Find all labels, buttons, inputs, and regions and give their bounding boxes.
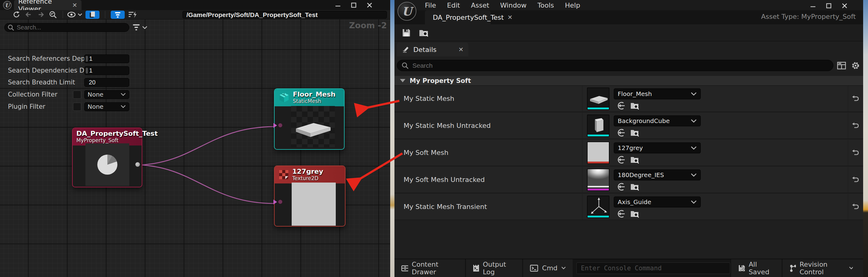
category-my-property-soft[interactable]: My Property Soft	[395, 76, 863, 85]
history-forward-button[interactable]	[35, 10, 47, 19]
asset-thumbnail[interactable]	[587, 142, 610, 164]
menu-help[interactable]: Help	[565, 2, 580, 9]
save-button[interactable]	[402, 28, 411, 37]
option-label: Search Breadth Limit	[8, 79, 75, 86]
filter-icon[interactable]	[133, 24, 148, 32]
graph-node-da-propertysoft-test[interactable]: DA_PropertySoft_Test MyProperty_Soft	[72, 128, 142, 187]
dependencies-depth-input[interactable]	[84, 66, 129, 75]
use-selected-asset-icon[interactable]	[617, 210, 625, 218]
tab-details[interactable]: Details ✕	[397, 42, 468, 57]
collection-filter-checkbox[interactable]	[73, 91, 81, 99]
display-mode-icon[interactable]	[837, 61, 846, 70]
use-selected-asset-icon[interactable]	[617, 182, 625, 191]
content-drawer-button[interactable]: Content Drawer	[395, 259, 465, 277]
maximize-button[interactable]	[350, 2, 357, 8]
node-title: Floor_Mesh	[293, 91, 336, 98]
property-row-my-soft-mesh-untracked: My Soft Mesh Untracked 180Degree_IES	[395, 167, 863, 193]
asset-dropdown[interactable]: 127grey	[614, 142, 701, 153]
save-check-icon	[738, 264, 745, 272]
close-tab-icon[interactable]: ✕	[458, 46, 464, 53]
node-title: DA_PropertySoft_Test	[76, 130, 158, 137]
drag-grip[interactable]	[86, 68, 88, 73]
duplicate-node-button[interactable]	[86, 11, 99, 19]
close-button[interactable]	[366, 2, 373, 8]
reset-to-default-button[interactable]	[851, 202, 860, 211]
browse-to-asset-icon[interactable]	[630, 129, 639, 137]
zoom-to-fit-button[interactable]	[47, 10, 59, 19]
use-selected-asset-icon[interactable]	[617, 129, 625, 137]
close-tab-icon[interactable]: ✕	[72, 2, 77, 9]
minimize-button[interactable]	[810, 2, 816, 9]
output-log-icon	[473, 264, 479, 272]
console-command-input[interactable]	[576, 263, 730, 274]
asset-dropdown[interactable]: BackgroundCube	[614, 115, 701, 126]
history-back-button[interactable]	[23, 10, 35, 19]
reset-to-default-button[interactable]	[851, 94, 860, 103]
browse-to-asset-icon[interactable]	[630, 155, 639, 164]
node-header: 127grey Texture2D	[275, 166, 345, 183]
reset-to-default-button[interactable]	[851, 148, 860, 157]
menu-file[interactable]: File	[425, 2, 436, 9]
filters-button[interactable]	[111, 11, 125, 19]
asset-dropdown[interactable]: Floor_Mesh	[614, 89, 701, 99]
cmd-selector[interactable]: Cmd	[523, 259, 573, 277]
refresh-button[interactable]	[10, 10, 23, 19]
auto-filters-icon[interactable]	[126, 10, 139, 19]
menu-edit[interactable]: Edit	[447, 2, 460, 9]
chevron-down-icon	[691, 146, 697, 150]
browse-to-asset-icon[interactable]	[630, 210, 639, 218]
visibility-options-button[interactable]	[67, 10, 84, 19]
expander-triangle-icon[interactable]	[400, 79, 405, 82]
search-input[interactable]	[17, 24, 117, 31]
asset-dropdown[interactable]: Axis_Guide	[614, 197, 701, 207]
asset-dropdown[interactable]: 180Degree_IES	[614, 170, 701, 180]
reset-to-default-button[interactable]	[851, 175, 860, 184]
revision-control-button[interactable]: Revision Control	[782, 259, 863, 277]
details-search-input[interactable]	[412, 62, 808, 69]
tab-da-propertysoft-test[interactable]: DA_PropertySoft_Test ✕	[425, 10, 491, 24]
menu-asset[interactable]: Asset	[471, 2, 489, 9]
chevron-down-icon	[849, 266, 853, 270]
maximize-button[interactable]	[826, 2, 832, 9]
asset-thumbnail[interactable]	[587, 196, 610, 218]
menu-window[interactable]: Window	[500, 2, 527, 9]
minimize-button[interactable]	[335, 2, 341, 8]
input-pin[interactable]	[278, 200, 283, 204]
all-saved-indicator[interactable]: All Saved	[731, 259, 782, 277]
browse-to-asset-icon[interactable]	[630, 182, 639, 191]
settings-gear-icon[interactable]	[851, 61, 860, 70]
close-button[interactable]	[841, 2, 848, 9]
input-pin[interactable]	[278, 123, 283, 128]
drag-grip[interactable]	[86, 56, 88, 62]
graph-search-bar[interactable]	[4, 23, 129, 32]
output-pin[interactable]	[135, 162, 140, 167]
option-row-breadth-limit: Search Breadth Limit	[8, 78, 148, 87]
plugin-filter-checkbox[interactable]	[73, 103, 81, 111]
browse-to-asset-icon[interactable]	[630, 101, 639, 110]
use-selected-asset-icon[interactable]	[617, 101, 625, 110]
plugin-filter-dropdown[interactable]: None	[84, 102, 129, 111]
details-search-bar[interactable]	[397, 60, 833, 71]
close-tab-icon[interactable]: ✕	[507, 14, 513, 21]
asset-path-field[interactable]	[183, 11, 387, 19]
chevron-down-icon	[120, 93, 126, 96]
reset-to-default-button[interactable]	[851, 121, 860, 130]
referencers-depth-input[interactable]	[84, 55, 129, 63]
desktop-background-strip	[863, 0, 868, 277]
option-label: Search Referencers Depth	[8, 55, 92, 62]
use-selected-asset-icon[interactable]	[617, 155, 625, 164]
asset-thumbnail[interactable]	[587, 169, 610, 191]
breadth-limit-input[interactable]	[84, 78, 129, 87]
graph-node-floor-mesh[interactable]: Floor_Mesh StaticMesh	[274, 89, 345, 150]
tab-reference-viewer[interactable]: Reference Viewer ✕	[14, 0, 82, 10]
output-log-button[interactable]: Output Log	[466, 259, 522, 277]
collection-filter-dropdown[interactable]: None	[84, 90, 129, 99]
option-label: Plugin Filter	[8, 103, 45, 110]
graph-node-127grey[interactable]: 127grey Texture2D	[274, 166, 345, 227]
asset-thumbnail[interactable]	[587, 114, 610, 137]
browse-to-asset-button[interactable]	[419, 28, 429, 37]
chevron-down-icon	[691, 119, 697, 123]
asset-thumbnail[interactable]	[587, 88, 610, 110]
option-row-collection-filter: Collection Filter None	[8, 90, 148, 99]
menu-tools[interactable]: Tools	[537, 2, 554, 9]
